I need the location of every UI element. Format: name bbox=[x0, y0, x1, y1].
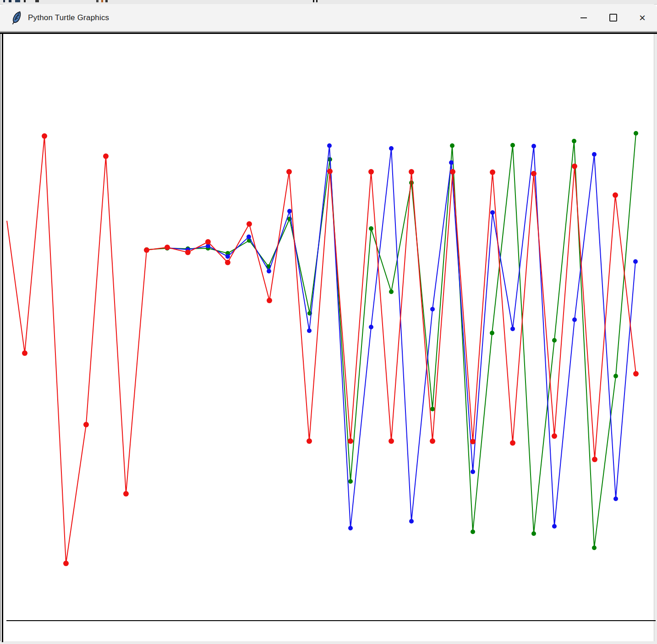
series-dot-red bbox=[531, 171, 537, 176]
background-window-mark bbox=[3, 0, 5, 2]
minimize-button[interactable] bbox=[569, 4, 598, 31]
series-dot-blue bbox=[572, 317, 577, 322]
background-window-mark bbox=[105, 0, 108, 2]
python-feather-icon bbox=[10, 11, 22, 25]
series-dot-red bbox=[246, 221, 252, 227]
series-dot-blue bbox=[267, 269, 271, 273]
series-dot-red bbox=[164, 245, 170, 250]
series-dot-green bbox=[409, 180, 414, 185]
series-dot-red bbox=[205, 239, 211, 245]
series-dot-red bbox=[389, 438, 394, 444]
close-button[interactable]: × bbox=[628, 4, 657, 31]
background-window-mark bbox=[15, 0, 20, 2]
series-dot-green bbox=[165, 246, 170, 251]
series-line-blue bbox=[167, 146, 635, 528]
series-dot-red bbox=[552, 433, 557, 439]
series-dot-blue bbox=[409, 519, 414, 524]
series-dot-green bbox=[634, 131, 638, 136]
series-dot-green bbox=[389, 289, 394, 294]
series-dot-green bbox=[287, 217, 292, 221]
series-dot-blue bbox=[490, 210, 495, 215]
series-dot-blue bbox=[246, 235, 251, 239]
series-dot-blue bbox=[348, 526, 353, 530]
series-dot-blue bbox=[430, 307, 435, 311]
series-dot-green bbox=[490, 331, 494, 335]
series-dot-blue bbox=[287, 209, 292, 213]
series-dot-blue bbox=[206, 244, 210, 248]
series-dot-blue bbox=[369, 325, 373, 329]
background-window-mark bbox=[24, 0, 26, 2]
series-dot-red bbox=[572, 164, 577, 169]
series-dot-red bbox=[42, 133, 47, 139]
series-dot-red bbox=[327, 169, 333, 174]
series-dot-green bbox=[369, 226, 373, 231]
series-dot-green bbox=[613, 374, 618, 378]
window-title: Python Turtle Graphics bbox=[28, 13, 109, 22]
maximize-icon bbox=[609, 14, 617, 22]
series-dot-green bbox=[592, 546, 597, 550]
series-dot-red bbox=[123, 491, 129, 497]
series-dot-red bbox=[450, 169, 455, 175]
series-dot-red bbox=[470, 439, 476, 444]
series-dot-green bbox=[307, 311, 312, 316]
minimize-icon bbox=[580, 17, 587, 18]
series-dot-blue bbox=[633, 259, 638, 264]
series-dot-green bbox=[471, 529, 475, 534]
series-dot-red bbox=[63, 561, 69, 566]
series-dot-red bbox=[613, 192, 618, 198]
series-dot-blue bbox=[510, 327, 515, 331]
series-dot-blue bbox=[327, 143, 332, 148]
series-dot-red bbox=[510, 440, 515, 446]
series-dot-red bbox=[348, 438, 353, 444]
series-dot-green bbox=[572, 139, 576, 143]
series-dot-blue bbox=[186, 247, 190, 252]
series-dot-red bbox=[307, 438, 312, 444]
series-dot-blue bbox=[531, 144, 536, 148]
background-window-mark bbox=[316, 0, 318, 2]
series-dot-blue bbox=[613, 497, 618, 501]
series-dot-blue bbox=[592, 152, 597, 157]
window-right-edge bbox=[654, 34, 657, 641]
series-dot-blue bbox=[552, 524, 557, 529]
series-dot-red bbox=[592, 457, 597, 462]
background-window-mark bbox=[9, 0, 11, 2]
series-line-red bbox=[7, 136, 636, 563]
background-window-mark bbox=[101, 0, 103, 2]
series-dot-red bbox=[368, 169, 374, 175]
background-window-mark bbox=[313, 0, 314, 2]
series-dot-green bbox=[348, 479, 353, 484]
series-dot-red bbox=[185, 250, 191, 255]
series-dot-green bbox=[186, 246, 190, 251]
series-dot-blue bbox=[449, 160, 454, 165]
series-dot-red bbox=[225, 260, 230, 265]
series-dot-green bbox=[552, 338, 557, 343]
series-dot-green bbox=[430, 407, 435, 411]
series-dot-blue bbox=[165, 246, 170, 250]
background-window-mark bbox=[35, 0, 39, 2]
series-dot-green bbox=[206, 246, 210, 251]
series-dot-red bbox=[22, 350, 27, 356]
series-line-green bbox=[147, 133, 636, 548]
series-dot-green bbox=[266, 264, 271, 269]
series-dot-red bbox=[103, 153, 109, 159]
series-dot-red bbox=[286, 169, 292, 175]
series-dot-blue bbox=[307, 328, 312, 333]
series-dot-blue bbox=[225, 254, 230, 259]
series-dot-red bbox=[633, 371, 639, 377]
window-bottom-edge bbox=[0, 641, 657, 644]
series-dot-green bbox=[510, 143, 515, 147]
series-dot-red bbox=[409, 169, 414, 175]
series-dot-red bbox=[144, 247, 149, 253]
series-dot-blue bbox=[389, 146, 394, 151]
background-window-mark bbox=[96, 0, 99, 2]
series-dot-green bbox=[225, 251, 230, 256]
titlebar[interactable]: Python Turtle Graphics × bbox=[0, 4, 657, 31]
series-dot-blue bbox=[471, 469, 475, 474]
turtle-drawing bbox=[3, 30, 657, 644]
maximize-button[interactable] bbox=[598, 4, 628, 31]
series-dot-green bbox=[450, 143, 454, 148]
series-dot-red bbox=[83, 422, 89, 427]
series-dot-green bbox=[247, 238, 252, 243]
close-icon: × bbox=[639, 12, 646, 23]
series-dot-red bbox=[490, 169, 495, 175]
